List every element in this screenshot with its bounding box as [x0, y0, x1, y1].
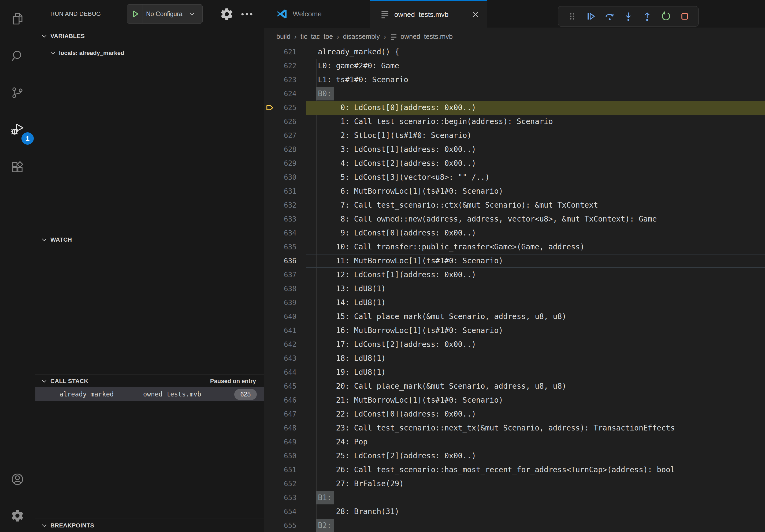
gutter[interactable]	[264, 129, 277, 142]
code-line-642[interactable]: 642 17: LdConst[2](address: 0x00..)	[264, 338, 765, 352]
stop-icon[interactable]	[679, 10, 690, 23]
section-watch[interactable]: WATCH	[35, 232, 264, 247]
code-line-627[interactable]: 627 2: StLoc[1](ts#1#0: Scenario)	[264, 129, 765, 142]
code-line-622[interactable]: 622L0: game#2#0: Game	[264, 59, 765, 73]
gutter[interactable]	[264, 449, 277, 463]
gutter[interactable]	[264, 156, 277, 170]
settings-gear-icon[interactable]	[10, 509, 24, 523]
line-text[interactable]: 3: LdConst[1](address: 0x00..)	[306, 142, 765, 156]
line-text[interactable]: B0:	[306, 87, 765, 101]
gutter[interactable]	[264, 73, 277, 87]
code-line-655[interactable]: 655B2:	[264, 519, 765, 532]
code-editor[interactable]: 621already_marked() {622L0: game#2#0: Ga…	[264, 45, 765, 532]
line-text[interactable]: 6: MutBorrowLoc[1](ts#1#0: Scenario)	[306, 184, 765, 198]
code-line-652[interactable]: 652 27: BrFalse(29)	[264, 477, 765, 491]
gutter[interactable]	[264, 463, 277, 477]
code-line-638[interactable]: 638 13: LdU8(1)	[264, 282, 765, 296]
code-line-635[interactable]: 635 10: Call transfer::public_transfer<G…	[264, 240, 765, 254]
gutter[interactable]	[264, 338, 277, 352]
code-line-631[interactable]: 631 6: MutBorrowLoc[1](ts#1#0: Scenario)	[264, 184, 765, 198]
section-breakpoints[interactable]: BREAKPOINTS	[35, 519, 264, 532]
code-line-649[interactable]: 649 24: Pop	[264, 435, 765, 449]
gutter[interactable]	[264, 352, 277, 366]
gutter[interactable]	[264, 505, 277, 519]
code-line-637[interactable]: 637 12: LdConst[1](address: 0x00..)	[264, 268, 765, 282]
call-stack-frame-row[interactable]: already_marked owned_tests.mvb 625	[35, 387, 264, 401]
code-line-629[interactable]: 629 4: LdConst[2](address: 0x00..)	[264, 156, 765, 170]
restart-icon[interactable]	[660, 10, 671, 23]
line-text[interactable]: 28: Branch(31)	[306, 505, 765, 519]
tab-welcome[interactable]: Welcome	[264, 0, 370, 28]
code-line-646[interactable]: 646 21: MutBorrowLoc[1](ts#1#0: Scenario…	[264, 393, 765, 407]
code-line-645[interactable]: 645 20: Call place_mark(&mut Scenario, a…	[264, 379, 765, 393]
line-text[interactable]: 8: Call owned::new(address, address, vec…	[306, 212, 765, 226]
breadcrumb-item[interactable]: disassembly	[343, 33, 380, 40]
gutter[interactable]	[264, 198, 277, 212]
line-text[interactable]: 17: LdConst[2](address: 0x00..)	[306, 338, 765, 352]
code-line-636[interactable]: 636 11: MutBorrowLoc[1](ts#1#0: Scenario…	[264, 254, 765, 268]
line-text[interactable]: 25: LdConst[2](address: 0x00..)	[306, 449, 765, 463]
source-control-icon[interactable]	[10, 86, 24, 100]
accounts-icon[interactable]	[10, 472, 24, 486]
gutter[interactable]	[264, 477, 277, 491]
gutter[interactable]	[264, 101, 277, 115]
gutter[interactable]	[264, 212, 277, 226]
gutter[interactable]	[264, 421, 277, 435]
tab-owned-tests[interactable]: owned_tests.mvb	[370, 0, 487, 28]
line-text[interactable]: 13: LdU8(1)	[306, 282, 765, 296]
code-line-641[interactable]: 641 16: MutBorrowLoc[1](ts#1#0: Scenario…	[264, 324, 765, 338]
line-text[interactable]: 23: Call test_scenario::next_tx(&mut Sce…	[306, 421, 765, 435]
line-text[interactable]: 19: LdU8(1)	[306, 366, 765, 379]
gutter[interactable]	[264, 142, 277, 156]
section-call-stack[interactable]: CALL STACK Paused on entry	[35, 375, 264, 387]
code-line-640[interactable]: 640 15: Call place_mark(&mut Scenario, a…	[264, 310, 765, 324]
line-text[interactable]: 27: BrFalse(29)	[306, 477, 765, 491]
code-line-628[interactable]: 628 3: LdConst[1](address: 0x00..)	[264, 142, 765, 156]
code-line-623[interactable]: 623L1: ts#1#0: Scenario	[264, 73, 765, 87]
run-and-debug-icon[interactable]	[10, 122, 24, 136]
line-text[interactable]: 14: LdU8(1)	[306, 296, 765, 310]
gutter[interactable]	[264, 296, 277, 310]
step-into-icon[interactable]	[623, 10, 634, 23]
gutter[interactable]	[264, 254, 277, 268]
extensions-icon[interactable]	[10, 160, 24, 174]
line-text[interactable]: 16: MutBorrowLoc[1](ts#1#0: Scenario)	[306, 324, 765, 338]
code-line-634[interactable]: 634 9: LdConst[0](address: 0x00..)	[264, 226, 765, 240]
line-text[interactable]: 15: Call place_mark(&mut Scenario, addre…	[306, 310, 765, 324]
line-text[interactable]: 1: Call test_scenario::begin(address): S…	[306, 115, 765, 129]
code-line-653[interactable]: 653B1:	[264, 491, 765, 505]
line-text[interactable]: 11: MutBorrowLoc[1](ts#1#0: Scenario)	[306, 254, 765, 268]
gutter[interactable]	[264, 45, 277, 59]
breadcrumb-item[interactable]: tic_tac_toe	[301, 33, 333, 40]
gutter[interactable]	[264, 491, 277, 505]
step-over-icon[interactable]	[604, 10, 615, 23]
line-text[interactable]: 9: LdConst[0](address: 0x00..)	[306, 226, 765, 240]
breadcrumb-item[interactable]: build	[276, 33, 291, 40]
step-out-icon[interactable]	[642, 10, 653, 23]
code-line-625[interactable]: 625 0: LdConst[0](address: 0x00..)	[264, 101, 765, 115]
debug-settings-gear-icon[interactable]	[220, 7, 234, 21]
line-text[interactable]: L1: ts#1#0: Scenario	[306, 73, 765, 87]
explorer-icon[interactable]	[10, 12, 24, 26]
code-line-644[interactable]: 644 19: LdU8(1)	[264, 366, 765, 379]
search-icon[interactable]	[10, 49, 24, 63]
code-line-630[interactable]: 630 5: LdConst[3](vector<u8>: "" /..)	[264, 170, 765, 184]
line-text[interactable]: already_marked() {	[306, 45, 765, 59]
gutter[interactable]	[264, 268, 277, 282]
code-line-633[interactable]: 633 8: Call owned::new(address, address,…	[264, 212, 765, 226]
section-variables[interactable]: VARIABLES	[35, 30, 264, 43]
gutter[interactable]	[264, 407, 277, 421]
gutter[interactable]	[264, 87, 277, 101]
continue-icon[interactable]	[585, 10, 596, 23]
gutter[interactable]	[264, 435, 277, 449]
gutter[interactable]	[264, 240, 277, 254]
line-text[interactable]: 12: LdConst[1](address: 0x00..)	[306, 268, 765, 282]
breadcrumb-item[interactable]: owned_tests.mvb	[400, 33, 453, 40]
line-text[interactable]: 2: StLoc[1](ts#1#0: Scenario)	[306, 129, 765, 142]
code-line-621[interactable]: 621already_marked() {	[264, 45, 765, 59]
gutter[interactable]	[264, 59, 277, 73]
line-text[interactable]: 24: Pop	[306, 435, 765, 449]
code-line-626[interactable]: 626 1: Call test_scenario::begin(address…	[264, 115, 765, 129]
variables-scope-locals[interactable]: locals: already_marked	[35, 46, 264, 60]
gutter[interactable]	[264, 115, 277, 129]
